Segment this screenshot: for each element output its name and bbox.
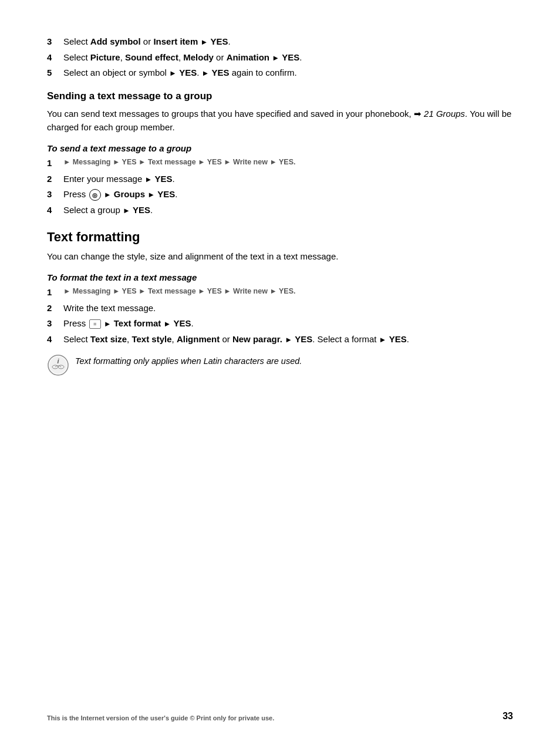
footer-text: This is the Internet version of the user…: [47, 714, 274, 722]
format-step-4: 4 Select Text size, Text style, Alignmen…: [47, 333, 513, 346]
send-group-step-1: 1 ► Messaging ► YES ► Text message ► YES…: [47, 157, 513, 170]
send-group-step-3-num: 3: [47, 188, 63, 201]
animation-label: Animation: [227, 52, 269, 62]
page-number: 33: [502, 711, 513, 722]
insert-item-label: Insert item: [153, 36, 198, 46]
arrow-yes-3: ►: [169, 69, 177, 77]
picture-label: Picture: [90, 52, 120, 62]
yes-f4b: YES: [389, 334, 407, 344]
send-group-step-1-num: 1: [47, 157, 63, 170]
step-4: 4 Select Picture, Sound effect, Melody o…: [47, 51, 513, 65]
note-text: Text formatting only applies when Latin …: [75, 354, 302, 368]
phonebook-ref: 21 Groups: [424, 109, 465, 119]
formatting-body: You can change the style, size and align…: [47, 250, 513, 263]
text-style-label: Text style: [131, 334, 171, 344]
format-step-3-num: 3: [47, 317, 63, 331]
format-step-1-num: 1: [47, 286, 63, 299]
send-group-step-2-num: 2: [47, 173, 63, 186]
menu-circle-icon: ◎: [89, 189, 101, 201]
format-step-2: 2 Write the text message.: [47, 302, 513, 315]
yes-4: YES: [212, 68, 230, 77]
send-group-step-3-content: Press ◎ ► Groups ► YES.: [63, 188, 513, 201]
format-step-4-content: Select Text size, Text style, Alignment …: [63, 333, 513, 346]
yes-3: YES: [179, 68, 197, 77]
format-steps: 1 ► Messaging ► YES ► Text message ► YES…: [47, 286, 513, 346]
send-group-step-3: 3 Press ◎ ► Groups ► YES.: [47, 188, 513, 201]
arrow-yes-1: ►: [200, 38, 208, 46]
yes-f4: YES: [295, 334, 312, 344]
arrow-yes-sg3: ►: [147, 190, 155, 199]
step-5-content: Select an object or symbol ► YES. ► YES …: [63, 66, 513, 80]
format-step-4-num: 4: [47, 333, 63, 346]
note-box: i Text formatting only applies when Lati…: [47, 354, 513, 376]
step-5: 5 Select an object or symbol ► YES. ► YE…: [47, 66, 513, 80]
send-group-steps: 1 ► Messaging ► YES ► Text message ► YES…: [47, 157, 513, 217]
send-group-step-2: 2 Enter your message ► YES.: [47, 173, 513, 186]
format-step-1: 1 ► Messaging ► YES ► Text message ► YES…: [47, 286, 513, 299]
arrow-yes-f3: ►: [163, 319, 171, 328]
yes-f3: YES: [174, 318, 191, 328]
send-group-step-4: 4 Select a group ► YES.: [47, 204, 513, 217]
arrow-yes-f4b: ►: [379, 335, 387, 344]
step-4-num: 4: [47, 51, 63, 65]
arrow-yes-f4: ►: [285, 335, 292, 344]
yes-sg4: YES: [133, 205, 150, 215]
format-step-1-content: ► Messaging ► YES ► Text message ► YES ►…: [63, 286, 513, 299]
send-group-step-1-content: ► Messaging ► YES ► Text message ► YES ►…: [63, 157, 513, 170]
step-5-num: 5: [47, 66, 63, 80]
step-3-content: Select Add symbol or Insert item ► YES.: [63, 35, 513, 49]
melody-label: Melody: [183, 52, 214, 62]
format-step-3-content: Press ≡ ► Text format ► YES.: [63, 317, 513, 331]
text-size-label: Text size: [90, 334, 127, 344]
send-group-step-4-num: 4: [47, 204, 63, 217]
step-3: 3 Select Add symbol or Insert item ► YES…: [47, 35, 513, 49]
arrow-yes-4: ►: [202, 69, 210, 77]
format-step-3: 3 Press ≡ ► Text format ► YES.: [47, 317, 513, 331]
new-paragr-label: New paragr.: [232, 334, 282, 344]
add-symbol-label: Add symbol: [90, 36, 141, 46]
yes-1: YES: [210, 36, 228, 46]
subsection-heading-send-group: To send a text message to a group: [47, 143, 513, 153]
groups-label: Groups: [114, 189, 145, 199]
format-step-2-num: 2: [47, 302, 63, 315]
subsection-heading-format: To format the text in a text message: [47, 272, 513, 282]
section-heading-group: Sending a text message to a group: [47, 90, 513, 102]
arrow-groups: ►: [104, 190, 112, 199]
step-4-content: Select Picture, Sound effect, Melody or …: [63, 51, 513, 65]
sound-effect-label: Sound effect: [125, 52, 178, 62]
main-heading-formatting: Text formatting: [47, 230, 513, 245]
arrow-textformat: ►: [104, 319, 112, 328]
send-group-step-4-content: Select a group ► YES.: [63, 204, 513, 217]
arrow-yes-sg2: ►: [144, 175, 152, 184]
yes-sg2: YES: [154, 174, 172, 184]
page-container: 3 Select Add symbol or Insert item ► YES…: [0, 0, 560, 745]
menu-rect-icon: ≡: [89, 319, 101, 329]
send-group-step-2-content: Enter your message ► YES.: [63, 173, 513, 186]
yes-2: YES: [282, 52, 299, 62]
yes-sg3: YES: [157, 189, 175, 199]
alignment-label: Alignment: [177, 334, 220, 344]
arrow-yes-sg4: ►: [123, 206, 130, 215]
format-step-2-content: Write the text message.: [63, 302, 513, 315]
note-icon: i: [47, 354, 69, 376]
text-format-label: Text format: [114, 318, 161, 328]
phonebook-arrow-icon: ➡: [414, 109, 421, 119]
step-3-num: 3: [47, 35, 63, 49]
section-group-body: You can send text messages to groups tha…: [47, 107, 513, 134]
top-steps-list: 3 Select Add symbol or Insert item ► YES…: [47, 35, 513, 80]
arrow-yes-2: ►: [272, 53, 279, 62]
